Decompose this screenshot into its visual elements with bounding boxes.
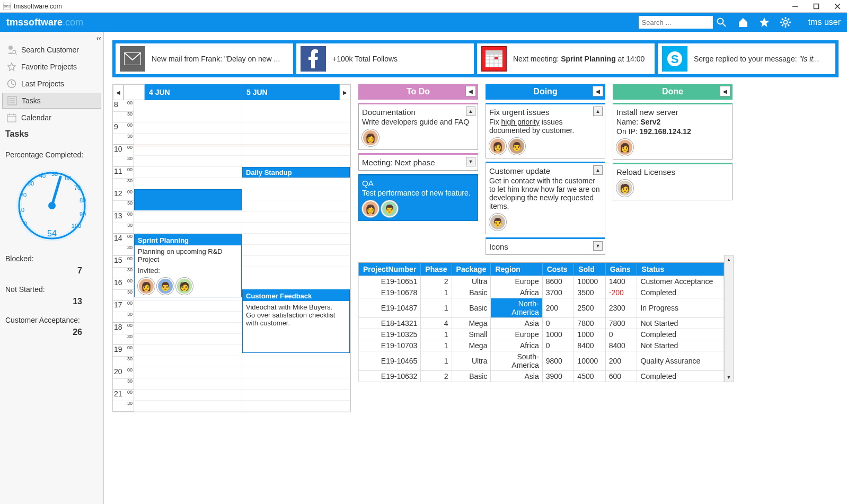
table-cell[interactable]: Completed (637, 371, 724, 382)
table-cell[interactable]: 200 (542, 298, 574, 318)
table-cell[interactable]: 3900 (542, 371, 574, 382)
table-cell[interactable]: 10000 (574, 276, 605, 287)
calendar-event-sprint[interactable]: Sprint Planning Planning on upcoming R&D… (134, 234, 242, 297)
table-cell[interactable]: Asia (491, 318, 542, 329)
infocard-chat[interactable]: S Serge replied to your message: "Is it.… (658, 43, 835, 74)
table-cell[interactable]: 8400 (605, 340, 637, 351)
table-cell[interactable]: E19-10678 (359, 287, 421, 298)
table-header[interactable]: Costs (542, 263, 574, 276)
table-header[interactable]: Package (452, 263, 491, 276)
column-collapse-button[interactable]: ◀ (593, 86, 603, 96)
table-cell[interactable]: 1 (421, 287, 452, 298)
table-cell[interactable]: 8400 (574, 340, 605, 351)
table-cell[interactable]: 0 (542, 340, 574, 351)
card-collapse-button[interactable]: ▲ (593, 165, 603, 175)
table-cell[interactable]: 3700 (542, 287, 574, 298)
home-icon[interactable] (736, 15, 750, 29)
kanban-card[interactable]: ▲ Fix urgent issues Fix high priority is… (486, 103, 605, 158)
table-header[interactable]: Gains (605, 263, 637, 276)
table-cell[interactable]: 1 (421, 329, 452, 340)
table-cell[interactable]: Europe (491, 329, 542, 340)
table-cell[interactable]: 1400 (605, 276, 637, 287)
table-cell[interactable]: Africa (491, 340, 542, 351)
table-cell[interactable]: 1000 (542, 329, 574, 340)
column-collapse-button[interactable]: ◀ (720, 86, 730, 96)
table-cell[interactable]: Quality Assurance (637, 351, 724, 371)
close-button[interactable] (833, 2, 842, 11)
table-cell[interactable]: Basic (452, 298, 491, 318)
gear-icon[interactable] (779, 15, 792, 29)
table-cell[interactable]: E19-10651 (359, 276, 421, 287)
table-cell[interactable]: 2 (421, 276, 452, 287)
table-cell[interactable]: Africa (491, 287, 542, 298)
table-cell[interactable]: -200 (605, 287, 637, 298)
table-cell[interactable]: In Progress (637, 298, 724, 318)
calendar-event-standup[interactable]: Daily Standup (242, 167, 350, 178)
infocard-social[interactable]: +100k Total Follows (296, 43, 474, 74)
table-cell[interactable]: North-America (491, 298, 542, 318)
table-cell[interactable]: 7800 (574, 318, 605, 329)
table-header[interactable]: ProjectNumber (359, 263, 421, 276)
kanban-card[interactable]: Reload Licenses 🧑 (613, 163, 733, 200)
table-cell[interactable]: South-America (491, 351, 542, 371)
table-cell[interactable]: 7800 (605, 318, 637, 329)
table-header[interactable]: Region (491, 263, 542, 276)
kanban-card[interactable]: ▼ Meeting: Next phase (358, 153, 478, 171)
table-cell[interactable]: 10000 (574, 351, 605, 371)
table-cell[interactable]: Not Started (637, 340, 724, 351)
infocard-meeting[interactable]: Next meeting: Sprint Planning at 14:00 (477, 43, 655, 74)
sidebar-item-last-projects[interactable]: Last Projects (2, 76, 101, 92)
table-header[interactable]: Sold (574, 263, 605, 276)
card-collapse-button[interactable]: ▼ (466, 157, 475, 166)
table-cell[interactable]: Ultra (452, 276, 491, 287)
kanban-card[interactable]: Install new server Name: Serv2 On IP: 19… (613, 103, 733, 160)
table-row[interactable]: E19-104651UltraSouth-America980010000200… (359, 351, 724, 371)
table-cell[interactable]: Customer Acceptance (637, 276, 724, 287)
user-label[interactable]: tms user (808, 17, 841, 27)
table-cell[interactable]: Completed (637, 329, 724, 340)
table-cell[interactable]: 4 (421, 318, 452, 329)
calendar-day-column[interactable]: Daily Standup Customer Feedback Videocha… (242, 100, 350, 412)
table-row[interactable]: E18-143214MegaAsia078007800Not Started (359, 318, 724, 329)
kanban-card-selected[interactable]: QA Test performance of new feature. 👩 👨 (358, 174, 478, 221)
table-row[interactable]: E19-106322BasicAsia39004500600Completed (359, 371, 724, 382)
calendar-next-button[interactable]: ▶ (340, 84, 350, 100)
star-icon[interactable] (757, 15, 771, 29)
scroll-down-button[interactable]: ▼ (725, 373, 733, 382)
table-cell[interactable]: 9800 (542, 351, 574, 371)
table-cell[interactable]: Ultra (452, 351, 491, 371)
table-row[interactable]: E19-106781BasicAfrica37003500-200Complet… (359, 287, 724, 298)
calendar-prev-button[interactable]: ◀ (113, 84, 123, 100)
table-cell[interactable]: Completed (637, 287, 724, 298)
table-header[interactable]: Status (637, 263, 724, 276)
table-cell[interactable]: E19-10632 (359, 371, 421, 382)
calendar-body[interactable]: 8003090030100030110030120030130030140030… (113, 100, 350, 412)
table-cell[interactable]: 1 (421, 351, 452, 371)
table-cell[interactable]: 8600 (542, 276, 574, 287)
table-cell[interactable]: Asia (491, 371, 542, 382)
card-collapse-button[interactable]: ▲ (466, 107, 475, 116)
sidebar-item-favorite-projects[interactable]: Favorite Projects (2, 59, 101, 75)
card-collapse-button[interactable]: ▼ (593, 241, 603, 251)
table-cell[interactable]: E19-10465 (359, 351, 421, 371)
kanban-card[interactable]: ▼ Icons (486, 237, 605, 255)
table-scrollbar[interactable]: ▲ ▼ (724, 255, 734, 382)
table-cell[interactable]: 2 (421, 371, 452, 382)
search-icon[interactable] (714, 15, 729, 30)
card-collapse-button[interactable]: ▲ (593, 107, 603, 116)
table-cell[interactable]: E18-14321 (359, 318, 421, 329)
table-cell[interactable]: Basic (452, 287, 491, 298)
table-row[interactable]: E19-107031MegaAfrica084008400Not Started (359, 340, 724, 351)
table-cell[interactable]: 0 (542, 318, 574, 329)
table-header[interactable]: Phase (421, 263, 452, 276)
minimize-button[interactable] (791, 2, 799, 11)
table-cell[interactable]: 3500 (574, 287, 605, 298)
calendar-event-feedback[interactable]: Customer Feedback Videochat with Mike Bu… (242, 289, 350, 353)
sidebar-item-search-customer[interactable]: Search Customer (2, 42, 101, 58)
table-cell[interactable]: 1000 (574, 329, 605, 340)
table-cell[interactable]: Europe (491, 276, 542, 287)
sidebar-collapse-button[interactable]: ‹‹ (96, 34, 101, 42)
project-table[interactable]: ProjectNumberPhasePackageRegionCostsSold… (358, 262, 724, 382)
sidebar-item-tasks[interactable]: Tasks (2, 93, 101, 109)
table-cell[interactable]: Mega (452, 318, 491, 329)
